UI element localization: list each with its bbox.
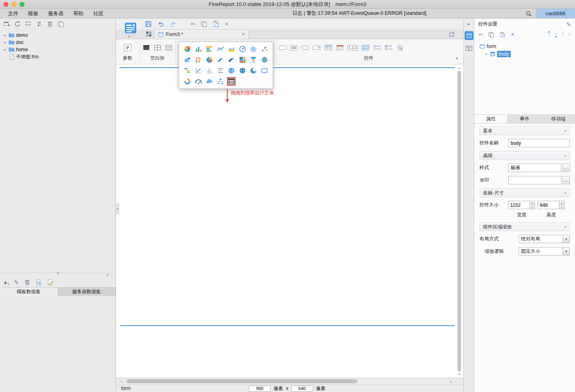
chart-type-swoosh2-icon[interactable] — [228, 56, 235, 63]
chart-type-cloud-icon[interactable] — [206, 78, 213, 85]
widget-combo-icon[interactable] — [313, 44, 321, 51]
section-advanced[interactable]: 高级 ▾ — [479, 151, 570, 160]
widget-grid-icon[interactable] — [324, 44, 332, 51]
expand-panel-icon[interactable]: ▸ — [468, 22, 470, 26]
chart-type-pie2-icon[interactable] — [206, 56, 213, 63]
user-account-button[interactable]: caott666 — [536, 9, 575, 18]
dropdown-arrow-icon[interactable]: ▼ — [563, 248, 569, 255]
chart-type-donut-icon[interactable] — [184, 78, 191, 85]
widget-tree-form[interactable]: form — [479, 42, 575, 50]
menu-community[interactable]: 社区 — [88, 9, 108, 18]
cut-widget-icon[interactable]: ✂ — [479, 32, 483, 37]
chart-type-area-icon[interactable] — [228, 46, 235, 52]
copy-widget-icon[interactable] — [488, 32, 494, 38]
save-button[interactable] — [145, 20, 152, 28]
switch-directory-icon[interactable] — [36, 21, 42, 27]
menu-template[interactable]: 模板 — [23, 9, 43, 18]
chart-type-pie-icon[interactable] — [184, 46, 191, 52]
chart-type-globe2-icon[interactable] — [239, 67, 246, 74]
close-tab-icon[interactable]: ✕ — [242, 32, 245, 37]
split-view-button[interactable] — [465, 45, 473, 52]
chart-type-slope-icon[interactable] — [195, 67, 202, 74]
chart-type-gauge-icon[interactable] — [239, 46, 246, 52]
widget-radio-icon[interactable] — [373, 44, 381, 51]
widget-check-icon[interactable] — [385, 44, 393, 51]
widget-rect-icon[interactable] — [279, 44, 287, 51]
widget-round-icon[interactable] — [301, 44, 309, 51]
chart-type-moon-icon[interactable] — [250, 67, 257, 74]
expand-caret-icon[interactable]: ▸ — [3, 48, 7, 52]
menu-server[interactable]: 服务器 — [43, 9, 68, 18]
undo-button[interactable] — [157, 20, 164, 28]
scroll-left-icon[interactable]: ‹ — [121, 379, 122, 384]
chart-type-column-icon[interactable] — [195, 46, 202, 52]
chart-type-gantt-icon[interactable] — [184, 67, 191, 74]
delete-icon[interactable]: ✕ — [225, 22, 229, 26]
vertical-scroll-thumb[interactable] — [457, 71, 461, 372]
widget-report-icon[interactable] — [361, 44, 369, 51]
minimize-window-button[interactable] — [12, 2, 16, 7]
move-to-top-icon[interactable]: ↑ — [548, 32, 550, 37]
chart-type-tableblock-icon[interactable] — [228, 78, 235, 85]
widget-number-icon[interactable]: 1,2,3 — [347, 45, 358, 50]
chart-type-line-icon[interactable] — [217, 46, 224, 52]
scroll-up-icon[interactable]: ▴ — [458, 66, 460, 70]
style-more-button[interactable]: … — [563, 164, 570, 172]
panel-splitter[interactable]: = ▾ — [0, 273, 116, 278]
config-dataset-icon[interactable] — [47, 279, 54, 286]
watermark-more-button[interactable]: … — [563, 176, 570, 184]
widget-label-icon[interactable]: lab — [290, 45, 297, 50]
scroll-down-icon[interactable]: ▾ — [458, 372, 460, 376]
move-to-bottom-icon[interactable]: ↓ — [555, 32, 557, 37]
collapse-down-icon[interactable]: ▾ — [106, 273, 108, 277]
chart-type-swoosh-icon[interactable] — [217, 56, 224, 63]
tab-mobile[interactable]: 移动端 — [542, 115, 575, 123]
tree-item-frm-file[interactable]: 子弹图.frm — [0, 53, 116, 60]
menu-help[interactable]: 帮助 — [68, 9, 88, 18]
widget-tree-body[interactable]: ▸ body — [479, 50, 575, 58]
move-up-icon[interactable]: ↑ — [561, 32, 564, 37]
widget-cal-icon[interactable] — [336, 44, 344, 51]
copy-template-icon[interactable] — [58, 21, 64, 27]
scroll-right-icon[interactable]: › — [450, 379, 451, 384]
spin-down-icon[interactable]: ▾ — [559, 205, 564, 209]
horizontal-scrollbar[interactable]: ‹ › — [116, 378, 463, 384]
style-input[interactable] — [508, 164, 561, 172]
chart-type-combo-icon[interactable] — [195, 56, 202, 63]
paste-icon[interactable] — [212, 20, 220, 28]
tab-properties[interactable]: 属性 — [474, 115, 508, 123]
cut-icon[interactable]: ✂ — [191, 21, 196, 27]
dropdown-arrow-icon[interactable]: ▼ — [563, 235, 569, 243]
watermark-input[interactable] — [508, 176, 561, 184]
layout-mode-select[interactable]: 绝对布局 ▼ — [519, 235, 570, 243]
redo-button[interactable] — [170, 20, 177, 28]
tab-events[interactable]: 事件 — [508, 115, 541, 123]
report-blocks-view-icon[interactable] — [146, 31, 152, 37]
section-basic[interactable]: 基本 ▾ — [479, 126, 570, 135]
move-down-icon[interactable]: ↓ — [568, 32, 571, 37]
chart-type-mapglobe-icon[interactable] — [261, 56, 268, 63]
height-spin-buttons[interactable]: ▴▾ — [559, 201, 564, 209]
chart-type-radar-icon[interactable] — [250, 46, 257, 52]
chart-type-funnel-icon[interactable] — [250, 56, 257, 63]
canvas-height-input[interactable] — [291, 386, 313, 392]
blank-block-icon[interactable] — [143, 44, 150, 51]
document-tab-form3[interactable]: Form3 * ✕ — [154, 29, 249, 39]
popout-icon[interactable] — [449, 32, 455, 37]
log-status-text[interactable]: 日志 | 警告:17:39:54 AWT-EventQueue-0 ERROR … — [292, 10, 426, 17]
tab-block-icon[interactable] — [165, 44, 172, 51]
expand-caret-icon[interactable]: ▸ — [3, 40, 7, 44]
edit-pencil-icon[interactable]: ✎ — [566, 22, 571, 27]
vertical-scrollbar[interactable]: ▴ ▾ — [456, 66, 462, 376]
chart-type-dial-icon[interactable] — [195, 78, 202, 85]
chart-type-bubble-icon[interactable] — [184, 56, 191, 63]
width-spin-buttons[interactable]: ▴▾ — [529, 201, 535, 209]
widget-docsearch-icon[interactable] — [396, 44, 404, 51]
splitter-handle-icon[interactable]: = — [56, 271, 59, 276]
menu-file[interactable]: 文件 — [3, 9, 23, 18]
delete-template-icon[interactable] — [47, 21, 53, 27]
new-template-icon[interactable] — [4, 21, 10, 27]
canvas-width-input[interactable] — [249, 386, 271, 392]
design-canvas[interactable]: ◂ ▴ ▾ — [116, 64, 463, 378]
add-dataset-button[interactable]: +▾ — [4, 280, 9, 286]
